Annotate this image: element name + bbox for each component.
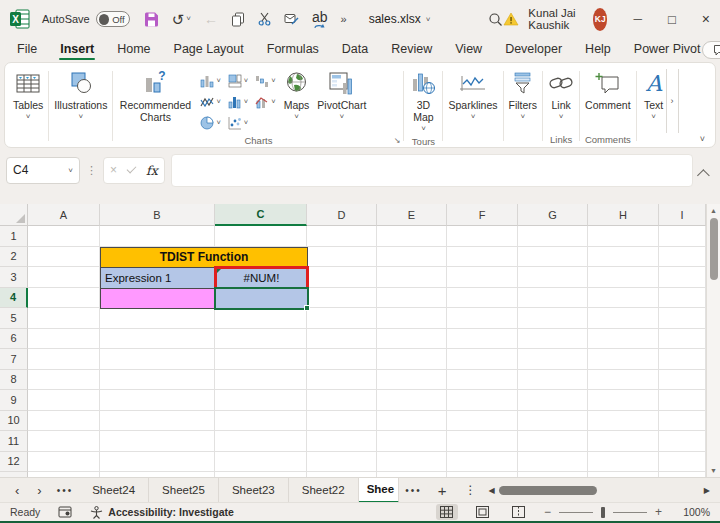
cell-B7[interactable] <box>100 349 215 370</box>
row-header-10[interactable]: 10 <box>0 411 28 432</box>
cell-H6[interactable] <box>588 329 659 350</box>
scatter-chart-button[interactable]: ˅ <box>228 112 248 133</box>
cell-A1[interactable] <box>28 226 100 247</box>
cell-D10[interactable] <box>307 411 377 432</box>
zoom-level[interactable]: 100% <box>676 506 710 518</box>
column-header-A[interactable]: A <box>28 204 100 226</box>
menu-tab-home[interactable]: Home <box>116 40 151 60</box>
cell-F5[interactable] <box>447 308 518 329</box>
zoom-in-button[interactable]: + <box>655 505 662 519</box>
row-header-5[interactable]: 5 <box>0 308 28 329</box>
cell-B6[interactable] <box>100 329 215 350</box>
cell-I2[interactable] <box>659 247 706 268</box>
cell-D11[interactable] <box>307 431 377 452</box>
cell-I12[interactable] <box>659 452 706 473</box>
cell-G8[interactable] <box>518 370 588 391</box>
normal-view-button[interactable] <box>436 504 458 520</box>
cell-I1[interactable] <box>659 226 706 247</box>
insert-function-button[interactable]: fx <box>146 163 158 178</box>
cell-A6[interactable] <box>28 329 100 350</box>
cell-A3[interactable] <box>28 267 100 288</box>
row-header-1[interactable]: 1 <box>0 226 28 247</box>
all-sheets-button[interactable]: ••• <box>51 485 80 496</box>
menu-tab-file[interactable]: File <box>16 40 38 60</box>
column-header-B[interactable]: B <box>100 204 215 226</box>
avatar[interactable]: KJ <box>593 8 607 31</box>
cell-I11[interactable] <box>659 431 706 452</box>
cell-C11[interactable] <box>215 431 307 452</box>
cell-F1[interactable] <box>447 226 518 247</box>
cell-B3[interactable]: Expression 1 <box>100 267 216 289</box>
combo-chart-button[interactable]: ˅ <box>255 91 275 112</box>
cell-A9[interactable] <box>28 390 100 411</box>
cell-I7[interactable] <box>659 349 706 370</box>
cell-D8[interactable] <box>307 370 377 391</box>
cell-A8[interactable] <box>28 370 100 391</box>
cell-E3[interactable] <box>377 267 447 288</box>
cell-H8[interactable] <box>588 370 659 391</box>
cell-A11[interactable] <box>28 431 100 452</box>
dialog-launcher-icon[interactable]: ↘ <box>394 136 401 145</box>
cell-G4[interactable] <box>518 288 588 309</box>
document-title[interactable]: sales.xlsx ˅ <box>369 12 431 26</box>
more-commands-button[interactable]: » <box>341 14 347 25</box>
new-sheet-button[interactable]: + <box>428 482 457 499</box>
undo-button[interactable]: ↺˅ <box>172 12 191 27</box>
cell-C6[interactable] <box>215 329 307 350</box>
ribbon-overflow-button[interactable]: › <box>666 69 679 133</box>
cell-B2[interactable]: TDIST Function <box>100 247 308 269</box>
treemap-chart-button[interactable]: ˅ <box>228 70 248 91</box>
cell-F4[interactable] <box>447 288 518 309</box>
cell-I4[interactable] <box>659 288 706 309</box>
cell-F2[interactable] <box>447 247 518 268</box>
autosave-toggle[interactable]: AutoSave Off <box>42 11 130 27</box>
sheet-tab-sheet22[interactable]: Sheet22 <box>289 478 359 503</box>
cell-C4[interactable] <box>215 288 308 310</box>
pie-chart-button[interactable]: ˅ <box>200 112 220 133</box>
prev-sheet-button[interactable]: ‹ <box>6 483 28 498</box>
row-header-4[interactable]: 4 <box>0 288 28 309</box>
row-header-6[interactable]: 6 <box>0 329 28 350</box>
cell-E2[interactable] <box>377 247 447 268</box>
cell-D1[interactable] <box>307 226 377 247</box>
more-sheets-button[interactable]: ••• <box>399 485 428 496</box>
scroll-left-icon[interactable]: ◀ <box>488 486 494 495</box>
column-header-E[interactable]: E <box>377 204 447 226</box>
cell-F8[interactable] <box>447 370 518 391</box>
cell-I5[interactable] <box>659 308 706 329</box>
vertical-scroll-thumb[interactable] <box>710 218 718 280</box>
cell-A2[interactable] <box>28 247 100 268</box>
row-header-12[interactable]: 12 <box>0 452 28 473</box>
cell-G9[interactable] <box>518 390 588 411</box>
sparklines-button[interactable]: Sparklines ˅ <box>444 67 501 123</box>
account-button[interactable]: Kunal Jai Kaushik KJ <box>528 7 607 31</box>
cell-D9[interactable] <box>307 390 377 411</box>
menu-tab-page-layout[interactable]: Page Layout <box>173 40 245 60</box>
cell-H5[interactable] <box>588 308 659 329</box>
histogram-chart-button[interactable]: ˅ <box>228 91 248 112</box>
horizontal-scrollbar[interactable]: ◀ ▶ <box>484 486 714 495</box>
menu-tab-power-pivot[interactable]: Power Pivot <box>633 40 702 60</box>
cell-E5[interactable] <box>377 308 447 329</box>
cell-B9[interactable] <box>100 390 215 411</box>
scroll-right-icon[interactable]: ▶ <box>704 486 710 495</box>
cell-H10[interactable] <box>588 411 659 432</box>
sheet-options-icon[interactable]: ⋮ <box>456 483 484 497</box>
cell-F9[interactable] <box>447 390 518 411</box>
text-button[interactable]: A Text ˅ <box>638 67 666 123</box>
macro-record-button[interactable] <box>58 506 72 518</box>
cell-D12[interactable] <box>307 452 377 473</box>
cell-F3[interactable] <box>447 267 518 288</box>
fill-handle[interactable] <box>304 305 310 311</box>
cell-B11[interactable] <box>100 431 215 452</box>
row-header-9[interactable]: 9 <box>0 390 28 411</box>
sheet-tab-sheet25[interactable]: Sheet25 <box>149 478 219 503</box>
cell-B8[interactable] <box>100 370 215 391</box>
cell-D7[interactable] <box>307 349 377 370</box>
page-layout-view-button[interactable] <box>472 504 494 520</box>
cell-E7[interactable] <box>377 349 447 370</box>
menu-tab-data[interactable]: Data <box>341 40 369 60</box>
expand-formula-bar-icon[interactable] <box>697 169 710 182</box>
email-button[interactable] <box>284 13 299 26</box>
cell-E6[interactable] <box>377 329 447 350</box>
